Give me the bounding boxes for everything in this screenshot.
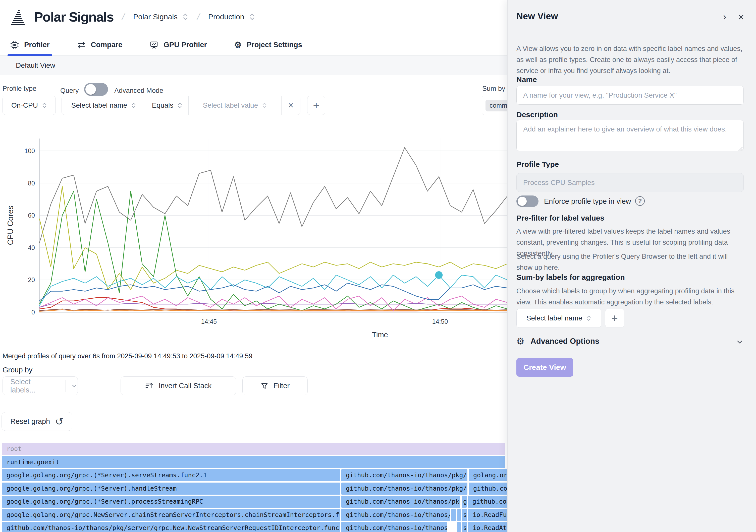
query-mode-label: Query [60, 87, 79, 95]
flame-frame-cell[interactable]: io.ReadFull [468, 509, 507, 521]
sumby-select-placeholder: Select label name [526, 314, 582, 322]
profile-type-label: Profile type [3, 85, 37, 92]
advanced-mode-toggle[interactable] [84, 83, 108, 96]
flame-frame-cell[interactable] [457, 522, 461, 532]
svg-text:20: 20 [28, 276, 35, 283]
compare-arrows-icon [77, 40, 86, 49]
tab-gpu-profiler[interactable]: GPU Profiler [147, 34, 209, 56]
flame-frame-cell[interactable]: github.com/ [468, 495, 507, 508]
label-name-select[interactable]: Select label name [62, 96, 146, 115]
flame-graph[interactable]: rootruntime.goexitgoogle.golang.org/grpc… [0, 443, 507, 532]
view-description-textarea[interactable] [516, 120, 744, 151]
divider [66, 380, 66, 392]
label-matcher-group: Select label name Equals Select label va… [62, 96, 300, 115]
current-view-label: Default View [16, 62, 55, 69]
flame-frame-cell[interactable] [457, 509, 461, 521]
svg-text:CPU Cores: CPU Cores [6, 206, 15, 245]
profile-type-select[interactable]: On-CPU [3, 96, 56, 115]
flame-root-cell[interactable]: root [2, 443, 505, 455]
tab-profiler[interactable]: Profiler [8, 34, 52, 56]
profile-type-value: On-CPU [11, 101, 38, 110]
label-value-placeholder: Select label value [203, 101, 258, 110]
flame-frame-cell[interactable]: io.ReadAtLe [468, 522, 507, 532]
remove-matcher-button[interactable]: × [282, 96, 300, 115]
prefilter-text-2: Select a query using the Profiler's Quer… [516, 251, 745, 273]
panel-profile-type-input[interactable] [516, 173, 744, 192]
flame-frame-cell[interactable]: google.golang.org/grpc.NewServer.chainSt… [2, 509, 340, 521]
funnel-icon [260, 382, 268, 390]
breadcrumb-separator: / [121, 12, 126, 22]
flame-frame-cell[interactable]: github.com/thanos-io/thanos/pkg/st [341, 469, 468, 481]
description-label: Description [516, 111, 558, 119]
panel-intro-text: A View allows you to zero in on data wit… [516, 43, 745, 76]
sumby-heading: Sum-by labels for aggregation [516, 273, 625, 282]
invert-call-stack-label: Invert Call Stack [158, 382, 211, 390]
updown-icon [42, 102, 47, 109]
gear-icon: ⚙ [516, 337, 525, 346]
resize-handle-icon[interactable] [738, 146, 743, 152]
matcher-operator-value: Equals [152, 101, 174, 110]
breadcrumb-environment[interactable]: Production [208, 13, 244, 21]
group-by-labels-select[interactable]: Select labels... [3, 376, 78, 395]
series-pink [40, 296, 507, 311]
filter-button[interactable]: Filter [242, 376, 308, 395]
breadcrumb-environment-updown-icon[interactable] [249, 13, 256, 21]
panel-add-sumby-label-button[interactable]: + [605, 309, 624, 328]
panel-title: New View [516, 11, 558, 22]
flame-frame-cell[interactable]: github.com/thanos-io/thanos/p [341, 509, 450, 521]
tab-compare[interactable]: Compare [74, 34, 125, 56]
merged-profiles-summary: Merged profiles of query over 6s from 20… [3, 352, 253, 360]
flame-frame-cell[interactable]: google.golang.org/grpc.(*Server).serveSt… [2, 469, 340, 481]
chevron-right-icon[interactable]: › [723, 12, 726, 22]
label-value-select[interactable]: Select label value [189, 96, 282, 115]
invert-call-stack-button[interactable]: Invert Call Stack [121, 376, 236, 395]
tab-label: Compare [91, 41, 122, 49]
name-label: Name [516, 75, 537, 84]
flame-frame-cell[interactable]: s [462, 509, 467, 521]
flame-frame-cell[interactable]: github.com/ [469, 483, 507, 494]
view-name-input[interactable] [516, 86, 744, 105]
group-by-label: Group by [3, 366, 32, 374]
flame-frame-cell[interactable]: golang.org/ [469, 469, 507, 481]
flame-frame-cell[interactable]: github.com/thanos-io/thanos/p [341, 522, 447, 532]
matcher-operator-select[interactable]: Equals [146, 96, 189, 115]
close-icon[interactable]: × [738, 12, 744, 22]
help-icon[interactable]: ? [635, 196, 645, 206]
svg-text:80: 80 [28, 180, 35, 187]
advanced-options-label: Advanced Options [530, 337, 599, 346]
flame-frame-cell[interactable]: github.com/thanos-io/thanos/pkg/ [341, 495, 460, 508]
chevron-down-icon[interactable] [71, 382, 78, 390]
tab-label: Project Settings [247, 41, 302, 49]
sumby-text: Choose which labels to group by when agg… [516, 286, 745, 308]
sort-invert-icon [145, 382, 153, 390]
panel-sumby-label-select[interactable]: Select label name [516, 309, 601, 328]
flame-frame-cell[interactable]: s [462, 522, 467, 532]
cpu-chip-icon [10, 40, 19, 49]
logo-wordmark: Polar Signals [34, 9, 114, 25]
svg-text:60: 60 [28, 212, 35, 219]
breadcrumb-project-updown-icon[interactable] [182, 13, 189, 21]
advanced-options-row[interactable]: ⚙ Advanced Options [516, 334, 745, 348]
reset-graph-button[interactable]: Reset graph ↺ [2, 412, 72, 431]
svg-text:0: 0 [31, 309, 35, 316]
create-view-button[interactable]: Create View [516, 358, 573, 377]
flame-frame-cell[interactable]: github.com/thanos-io/thanos/pkg/st [341, 483, 468, 494]
flame-frame-cell[interactable]: github.com/thanos-io/thanos/pkg/server/g… [2, 522, 340, 532]
tab-project-settings[interactable]: ⚙ Project Settings [231, 34, 305, 56]
flame-frame-cell[interactable] [451, 509, 456, 521]
polar-signals-logo[interactable]: Polar Signals [10, 8, 114, 26]
flame-frame-cell[interactable]: google.golang.org/grpc.(*Server).handleS… [2, 483, 340, 494]
group-by-placeholder: Select labels... [10, 378, 53, 394]
highlighted-point [435, 271, 443, 279]
filter-label: Filter [274, 382, 289, 390]
flame-frame-cell[interactable]: google.golang.org/grpc.(*Server).process… [2, 495, 340, 508]
flame-frame-cell[interactable]: runtime.goexit [2, 456, 505, 468]
label-name-placeholder: Select label name [71, 101, 127, 110]
add-matcher-button[interactable]: + [307, 96, 325, 115]
breadcrumb-project[interactable]: Polar Signals [133, 13, 177, 21]
enforce-profile-type-toggle[interactable] [516, 195, 538, 207]
flame-frame-cell[interactable]: g [462, 495, 467, 508]
reset-rotate-icon: ↺ [55, 417, 64, 427]
gpu-chart-icon [149, 40, 158, 49]
cpu-cores-time-chart[interactable]: 02040608010014:4514:50CPU CoresTime [0, 136, 507, 341]
